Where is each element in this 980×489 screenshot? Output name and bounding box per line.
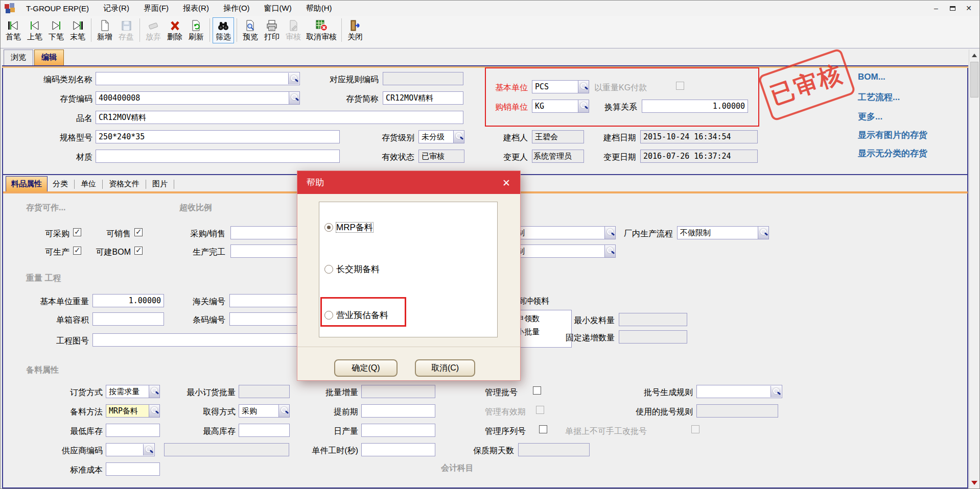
manage-batch-checkbox[interactable] — [533, 386, 541, 395]
lead-time-field[interactable] — [361, 404, 435, 418]
toolbar-first-record[interactable]: 首笔 — [3, 17, 24, 43]
toolbar: 首笔 上笔 下笔 末笔 新增 存盘 放弃 删除 — [1, 16, 979, 47]
menu-report[interactable]: 报表(R) — [176, 2, 216, 15]
dialog-cancel-button[interactable]: 取消(C) — [415, 359, 475, 377]
lookup-icon[interactable] — [143, 444, 154, 455]
scroll-up-arrow[interactable] — [969, 50, 979, 61]
product-name-field[interactable] — [96, 111, 463, 124]
tab-item-attributes[interactable]: 料品属性 — [6, 176, 48, 192]
can-build-bom-checkbox[interactable] — [134, 247, 143, 255]
menu-window[interactable]: 窗口(W) — [257, 2, 299, 15]
tab-unit[interactable]: 单位 — [76, 177, 101, 192]
vertical-scrollbar[interactable] — [969, 50, 979, 488]
toolbar-add-new[interactable]: 新增 — [94, 17, 115, 43]
lookup-icon[interactable] — [453, 131, 464, 143]
app-icon — [5, 3, 15, 13]
link-process-flow[interactable]: 工艺流程... — [858, 91, 900, 103]
lookup-icon[interactable] — [289, 92, 299, 104]
toolbar-print[interactable]: 打印 — [261, 17, 283, 43]
toolbar-filter[interactable]: 筛选 — [213, 17, 234, 43]
lookup-icon[interactable] — [149, 405, 159, 417]
tab-images[interactable]: 图片 — [147, 177, 173, 192]
toolbar-preview[interactable]: 预览 — [240, 17, 261, 43]
menu-record[interactable]: 记录(R) — [96, 2, 136, 15]
spec-field[interactable] — [96, 130, 340, 143]
can-produce-checkbox[interactable] — [73, 247, 81, 255]
lookup-icon[interactable] — [604, 227, 615, 239]
min-stock-field[interactable] — [106, 424, 160, 437]
toolbar-last-record[interactable]: 末笔 — [67, 17, 88, 43]
toolbar-refresh[interactable]: 刷新 — [185, 17, 207, 43]
lookup-icon[interactable] — [288, 73, 299, 84]
toolbar-prev-record[interactable]: 上笔 — [24, 17, 45, 43]
dialog-titlebar[interactable]: 帮助 — [297, 171, 520, 194]
menu-app-title[interactable]: T-GROUP ERP(E) — [19, 2, 96, 15]
toolbar-cancel-audit[interactable]: 取消审核 — [304, 17, 339, 43]
tab-qualification-files[interactable]: 资格文件 — [104, 177, 145, 192]
toolbar-separator — [341, 18, 342, 42]
sale-unit-label: 购销单位 — [490, 102, 528, 113]
scrollbar-thumb[interactable] — [970, 62, 978, 97]
min-issue-field — [619, 313, 687, 326]
factory-flow-field[interactable] — [677, 226, 769, 239]
close-button[interactable]: ✕ — [964, 4, 973, 13]
tab-browse[interactable]: 浏览 — [4, 50, 33, 65]
lookup-icon[interactable] — [578, 100, 589, 112]
toolbar-separator — [139, 18, 140, 42]
manage-serial-checkbox[interactable] — [539, 425, 547, 433]
menu-interface[interactable]: 界面(F) — [136, 2, 176, 15]
std-cost-field[interactable] — [106, 462, 160, 476]
link-show-unclassified-items[interactable]: 显示无分类的存货 — [858, 148, 927, 159]
link-bom[interactable]: BOM... — [858, 72, 885, 82]
lookup-icon[interactable] — [578, 81, 589, 93]
no-manual-batch-checkbox[interactable] — [691, 425, 699, 433]
batch-rule-field[interactable] — [696, 385, 782, 398]
tab-edit[interactable]: 编辑 — [34, 50, 64, 65]
link-show-items-with-images[interactable]: 显示有图片的存货 — [858, 129, 927, 141]
max-stock-field[interactable] — [239, 424, 290, 437]
lookup-icon[interactable] — [604, 245, 615, 257]
lookup-icon[interactable] — [278, 405, 289, 417]
pay-by-kg-checkbox[interactable] — [676, 82, 684, 90]
can-purchase-checkbox[interactable] — [73, 228, 81, 236]
base-unit-weight-field[interactable] — [92, 294, 164, 307]
toolbar-separator — [209, 18, 210, 42]
dialog-close-icon[interactable]: ✕ — [500, 176, 513, 189]
base-unit-weight-label: 基本单位重量 — [21, 297, 89, 307]
conversion-field[interactable] — [642, 100, 748, 113]
unit-time-field[interactable] — [361, 443, 435, 456]
option-long-lead-prep[interactable]: 长交期备料 — [324, 263, 380, 275]
toolbar-delete[interactable]: 删除 — [164, 17, 185, 43]
material-field[interactable] — [96, 150, 340, 163]
item-short-field[interactable] — [383, 91, 463, 105]
tab-category[interactable]: 分类 — [48, 177, 73, 192]
toolbar-separator — [237, 18, 237, 42]
toolbar-audit[interactable]: 审核 — [283, 17, 304, 43]
section-weight-engineering: 重量 工程 — [26, 273, 61, 284]
link-more[interactable]: 更多... — [858, 111, 882, 123]
menu-help[interactable]: 帮助(H) — [299, 2, 339, 15]
restore-button[interactable] — [948, 4, 957, 13]
modifier-label: 变更人 — [486, 152, 528, 163]
lookup-icon[interactable] — [758, 227, 768, 239]
toolbar-next-record[interactable]: 下笔 — [45, 17, 67, 43]
manage-validity-checkbox[interactable] — [536, 406, 544, 414]
daily-output-field[interactable] — [361, 424, 435, 437]
coding-category-field[interactable] — [96, 72, 300, 85]
menu-operation[interactable]: 操作(O) — [216, 2, 257, 15]
fixed-increment-label: 固定递增数量 — [565, 333, 615, 344]
option-mrp-prep[interactable]: MRP备料 — [324, 222, 373, 233]
scroll-down-arrow[interactable] — [969, 477, 979, 488]
toolbar-close[interactable]: 关闭 — [344, 17, 366, 43]
can-sell-checkbox[interactable] — [134, 228, 143, 236]
box-volume-field[interactable] — [92, 312, 164, 326]
toolbar-save[interactable]: 存盘 — [115, 17, 137, 43]
supplier-code-field[interactable] — [106, 443, 155, 456]
minimize-button[interactable]: – — [931, 4, 941, 13]
modify-date-label: 变更日期 — [592, 152, 636, 163]
toolbar-discard[interactable]: 放弃 — [143, 17, 164, 43]
lookup-icon[interactable] — [771, 386, 781, 397]
lookup-icon[interactable] — [149, 385, 159, 398]
item-code-field[interactable] — [96, 91, 300, 105]
dialog-ok-button[interactable]: 确定(Q) — [334, 359, 398, 377]
